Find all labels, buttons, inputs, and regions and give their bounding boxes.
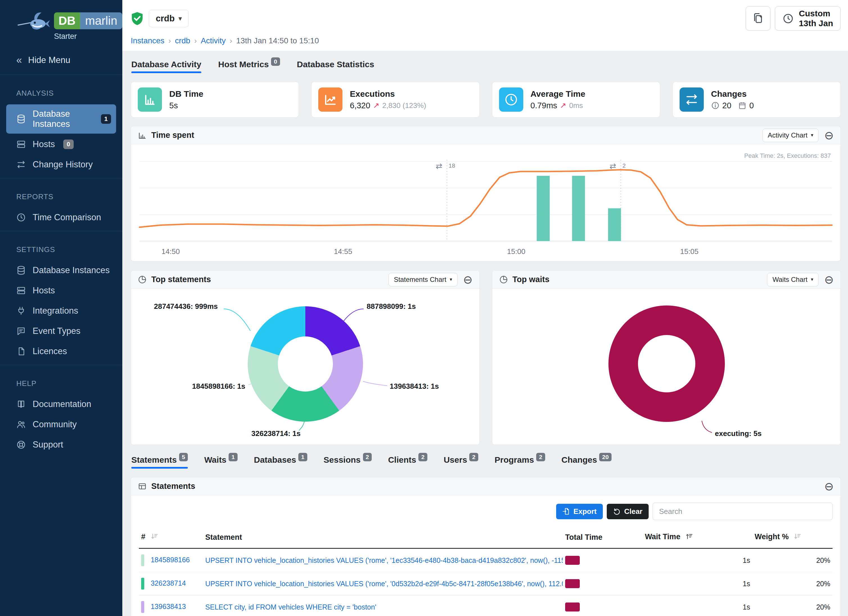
- detail-tabs: Statements 5 Waits 1 Databases 1 Se: [131, 455, 841, 469]
- export-icon: [562, 508, 570, 515]
- card-value: 5s: [169, 101, 178, 110]
- clear-button[interactable]: Clear: [607, 504, 649, 519]
- statement-text-link[interactable]: SELECT city, id FROM vehicles WHERE city…: [205, 603, 376, 611]
- card-db-time: DB Time 5s: [131, 82, 299, 117]
- calendar-icon: [738, 101, 747, 110]
- sidebar-item[interactable]: Community: [6, 415, 116, 434]
- breadcrumb-crdb[interactable]: crdb: [175, 36, 190, 45]
- tab-badge: 2: [363, 453, 372, 461]
- card-changes: Changes 20 0: [673, 82, 841, 117]
- copy-link-button[interactable]: [746, 6, 770, 31]
- detail-tab[interactable]: Databases 1: [254, 455, 307, 469]
- col-header-statement[interactable]: Statement: [205, 533, 242, 542]
- sidebar-item-label: Time Comparison: [33, 212, 101, 223]
- wait-time-value: 1s: [643, 572, 752, 595]
- waits-chart-dropdown[interactable]: Waits Chart ▾: [767, 273, 818, 286]
- waits-donut-chart: executing: 5s: [492, 289, 841, 445]
- statements-panel: Statements ⊖ Export: [131, 477, 841, 616]
- instance-selector[interactable]: crdb ▾: [149, 10, 189, 27]
- tab-badge: 2: [469, 453, 478, 461]
- sidebar-item-label: Community: [33, 419, 77, 429]
- sort-up-icon[interactable]: [685, 533, 693, 542]
- detail-tab[interactable]: Clients 2: [388, 455, 427, 469]
- statement-text-link[interactable]: UPSERT INTO vehicle_location_histories V…: [205, 557, 563, 564]
- donut-label: 326238714: 1s: [251, 429, 301, 438]
- donut-label: 139638413: 1s: [390, 382, 439, 391]
- sidebar-item[interactable]: Event Types: [6, 322, 116, 341]
- detail-tab[interactable]: Statements 5: [131, 455, 188, 469]
- line-chart-icon: [318, 88, 342, 112]
- collapse-icon[interactable]: ⊖: [824, 130, 834, 141]
- range-line1: Custom: [799, 9, 830, 18]
- collapse-icon[interactable]: ⊖: [463, 274, 473, 285]
- sidebar-item-label: Integrations: [33, 306, 78, 316]
- tab-badge: 2: [536, 453, 545, 461]
- detail-tab[interactable]: Programs 2: [495, 455, 545, 469]
- sidebar-item[interactable]: Database Instances: [6, 261, 116, 280]
- sidebar-item[interactable]: Database Instances 1: [6, 104, 116, 134]
- sidebar-item[interactable]: Licences: [6, 342, 116, 361]
- sidebar-item[interactable]: Change History: [6, 155, 116, 174]
- tab-database-statistics[interactable]: Database Statistics: [297, 59, 374, 73]
- collapse-icon[interactable]: ⊖: [824, 481, 834, 492]
- sort-down-icon[interactable]: [793, 533, 801, 542]
- tab-host-metrics[interactable]: Host Metrics 0: [218, 59, 280, 73]
- content: Database Activity Host Metrics 0 Databas…: [122, 51, 848, 616]
- time-series-chart[interactable]: ⇄18⇄214:5014:5515:0015:05: [131, 146, 841, 258]
- time-range-button[interactable]: Custom 13th Jan: [775, 6, 841, 31]
- sort-down-icon[interactable]: [150, 533, 158, 542]
- col-header-id[interactable]: #: [141, 533, 145, 541]
- tab-database-activity[interactable]: Database Activity: [131, 59, 201, 73]
- sidebar-section-reports: REPORTS Time Comparison: [0, 178, 122, 231]
- clock-icon: [783, 13, 794, 24]
- detail-tab[interactable]: Changes 20: [562, 455, 612, 469]
- section-title: ANALYSIS: [0, 85, 122, 103]
- main-area: crdb ▾: [122, 0, 848, 616]
- metric-cards: DB Time 5s Executions 6,320 ↗ 2,830 (123…: [131, 82, 841, 117]
- detail-tab[interactable]: Sessions 2: [324, 455, 372, 469]
- svg-text:14:55: 14:55: [334, 247, 352, 256]
- swap-icon: [16, 160, 26, 169]
- sidebar-section-analysis: ANALYSIS Database Instances 1 Hosts: [0, 75, 122, 178]
- statement-id-link[interactable]: 326238714: [151, 579, 186, 587]
- table-icon: [138, 482, 147, 491]
- sidebar-item-label: Event Types: [33, 326, 80, 336]
- support-icon: [16, 440, 26, 450]
- sidebar-item[interactable]: Hosts 0: [6, 135, 116, 154]
- peak-note: Peak Time: 2s, Executions: 837: [744, 152, 831, 159]
- col-header-weight[interactable]: Weight %: [755, 533, 789, 541]
- col-header-total-time[interactable]: Total Time: [565, 533, 603, 542]
- svg-text:15:00: 15:00: [507, 247, 525, 256]
- statements-chart-dropdown[interactable]: Statements Chart ▾: [388, 273, 457, 286]
- search-input[interactable]: [652, 503, 833, 520]
- sidebar-item[interactable]: Integrations: [6, 301, 116, 321]
- copy-icon: [752, 12, 764, 25]
- database-icon: [16, 114, 26, 124]
- sidebar-item[interactable]: Hosts: [6, 281, 116, 300]
- brand-logo: DB marlin Starter: [0, 0, 122, 46]
- collapse-icon[interactable]: ⊖: [824, 274, 834, 285]
- breadcrumb-instances[interactable]: Instances: [131, 36, 165, 45]
- detail-tab[interactable]: Waits 1: [204, 455, 237, 469]
- server-icon: [16, 286, 26, 295]
- statement-id-link[interactable]: 139638413: [151, 603, 186, 610]
- donut-label: 1845898166: 1s: [192, 382, 245, 391]
- statement-id-link[interactable]: 1845898166: [151, 556, 190, 564]
- up-arrow-icon: ↗: [560, 101, 566, 110]
- statement-text-link[interactable]: UPSERT INTO vehicle_location_histories V…: [205, 580, 563, 588]
- breadcrumb-activity[interactable]: Activity: [201, 36, 226, 45]
- time-spent-chart: Peak Time: 2s, Executions: 837 ⇄18⇄214:5…: [131, 144, 841, 261]
- hide-menu-button[interactable]: « Hide Menu: [0, 46, 122, 74]
- chat-icon: [16, 326, 26, 336]
- database-icon: [16, 266, 26, 275]
- sidebar-item[interactable]: Documentation: [6, 395, 116, 414]
- detail-tab[interactable]: Users 2: [444, 455, 478, 469]
- statement-row: 326238714 UPSERT INTO vehicle_location_h…: [139, 572, 833, 595]
- col-header-wait-time[interactable]: Wait Time: [645, 533, 680, 541]
- activity-chart-dropdown[interactable]: Activity Chart ▾: [762, 129, 819, 142]
- export-button[interactable]: Export: [556, 504, 603, 519]
- card-delta: 2,830 (123%): [382, 101, 426, 110]
- sidebar-item[interactable]: Time Comparison: [6, 208, 116, 227]
- total-time-bar: [565, 556, 580, 565]
- sidebar-item[interactable]: Support: [6, 435, 116, 454]
